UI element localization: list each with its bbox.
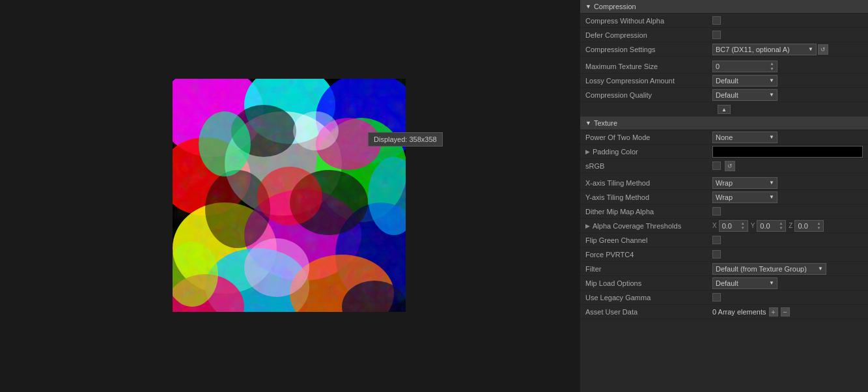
lossy-dropdown-arrow: ▼	[769, 77, 774, 83]
use-legacy-gamma-value	[712, 293, 863, 301]
flip-green-channel-row: Flip Green Channel	[580, 233, 868, 247]
lossy-compression-amount-dropdown[interactable]: Default ▼	[712, 75, 777, 87]
defer-compression-value	[712, 31, 863, 39]
compression-settings-dropdown[interactable]: BC7 (DX11, optional A) ▼	[712, 44, 817, 55]
srgb-revert-btn[interactable]: ↺	[725, 161, 735, 171]
texture-preview-panel: Displayed: 358x358	[0, 0, 580, 392]
compression-settings-value: BC7 (DX11, optional A) ▼ ↺	[712, 44, 863, 55]
alpha-coverage-xyz: X 0.0 ▲ ▼ Y 0.0 ▲ ▼	[712, 220, 824, 232]
add-icon: +	[771, 308, 775, 316]
power-of-two-mode-dropdown[interactable]: None ▼	[712, 132, 777, 143]
mip-load-options-value: Default ▼	[712, 277, 863, 289]
compress-without-alpha-row: Compress Without Alpha	[580, 14, 868, 28]
asset-user-data-remove-btn[interactable]: −	[781, 307, 790, 316]
compression-settings-dropdown-arrow: ▼	[808, 46, 813, 52]
alpha-z-value: 0.0	[798, 222, 807, 230]
padding-color-swatch[interactable]	[712, 146, 863, 158]
collapse-icon: ▲	[721, 107, 727, 113]
compression-section-label: Compression	[594, 3, 636, 10]
compression-section-header[interactable]: ▼ Compression	[580, 0, 868, 14]
defer-compression-row: Defer Compression	[580, 28, 868, 42]
filter-row: Filter Default (from Texture Group) ▼	[580, 262, 868, 276]
dither-mip-map-alpha-row: Dither Mip Map Alpha	[580, 204, 868, 219]
texture-section-header[interactable]: ▼ Texture	[580, 117, 868, 130]
asset-user-data-add-btn[interactable]: +	[769, 307, 778, 316]
alpha-y-value: 0.0	[760, 222, 770, 230]
alpha-z-down: ▼	[817, 226, 821, 231]
maximum-texture-size-value: 0 ▲ ▼	[712, 61, 863, 72]
filter-label: Filter	[585, 265, 712, 273]
mip-load-options-label: Mip Load Options	[585, 279, 712, 287]
y-axis-tiling-dropdown[interactable]: Wrap ▼	[712, 191, 777, 203]
alpha-x-up: ▲	[741, 221, 745, 226]
compression-quality-dropdown[interactable]: Default ▼	[712, 89, 777, 101]
revert-icon: ↺	[820, 46, 826, 53]
power-of-two-mode-label: Power Of Two Mode	[585, 133, 712, 141]
dither-mip-map-alpha-value	[712, 207, 863, 216]
defer-compression-checkbox[interactable]	[712, 31, 721, 39]
alpha-coverage-thresholds-row: ▶ Alpha Coverage Thresholds X 0.0 ▲ ▼ Y	[580, 219, 868, 233]
alpha-x-label: X	[712, 222, 717, 229]
alpha-coverage-expand-arrow[interactable]: ▶	[585, 223, 590, 229]
filter-dropdown-arrow: ▼	[818, 266, 823, 272]
y-axis-tiling-method-row: Y-axis Tiling Method Wrap ▼	[580, 190, 868, 204]
compression-settings-label: Compression Settings	[585, 46, 712, 53]
flip-green-channel-label: Flip Green Channel	[585, 236, 712, 244]
alpha-y-up: ▲	[779, 221, 783, 226]
flip-green-channel-checkbox[interactable]	[712, 236, 721, 244]
compression-quality-row: Compression Quality Default ▼	[580, 88, 868, 102]
y-axis-tiling-text: Wrap	[716, 193, 733, 201]
srgb-value: ↺	[712, 161, 863, 171]
force-pvrtc4-label: Force PVRTC4	[585, 251, 712, 259]
maximum-texture-size-text: 0	[716, 63, 720, 70]
y-tiling-dropdown-arrow: ▼	[769, 194, 774, 200]
alpha-z-up: ▲	[817, 221, 821, 226]
quality-dropdown-arrow: ▼	[769, 92, 774, 98]
asset-user-data-row: Asset User Data 0 Array elements + −	[580, 305, 868, 319]
texture-section-label: Texture	[594, 119, 617, 127]
lossy-compression-amount-text: Default	[716, 77, 738, 85]
use-legacy-gamma-label: Use Legacy Gamma	[585, 294, 712, 301]
filter-value: Default (from Texture Group) ▼	[712, 263, 863, 275]
alpha-y-label: Y	[751, 222, 755, 229]
lossy-compression-amount-row: Lossy Compression Amount Default ▼	[580, 74, 868, 88]
alpha-coverage-label: Alpha Coverage Thresholds	[593, 222, 681, 230]
srgb-checkbox[interactable]	[712, 161, 721, 170]
asset-user-data-text: 0 Array elements	[712, 308, 766, 316]
mip-load-options-row: Mip Load Options Default ▼	[580, 276, 868, 290]
alpha-z-input[interactable]: 0.0 ▲ ▼	[794, 220, 824, 232]
srgb-row: sRGB ↺	[580, 159, 868, 173]
x-axis-tiling-dropdown[interactable]: Wrap ▼	[712, 177, 777, 189]
mip-load-options-dropdown[interactable]: Default ▼	[712, 277, 777, 289]
mip-dropdown-arrow: ▼	[769, 280, 774, 286]
compression-settings-revert-btn[interactable]: ↺	[818, 44, 828, 55]
maximum-texture-size-field[interactable]: 0 ▲ ▼	[712, 61, 777, 72]
collapse-button[interactable]: ▲	[718, 105, 731, 114]
use-legacy-gamma-row: Use Legacy Gamma	[580, 290, 868, 305]
force-pvrtc4-checkbox[interactable]	[712, 250, 721, 259]
alpha-x-field: X 0.0 ▲ ▼	[712, 220, 748, 232]
use-legacy-gamma-checkbox[interactable]	[712, 293, 721, 301]
filter-dropdown[interactable]: Default (from Texture Group) ▼	[712, 263, 826, 275]
power-of-two-mode-value: None ▼	[712, 132, 863, 143]
size-tooltip: Displayed: 358x358	[368, 132, 443, 147]
alpha-z-label: Z	[789, 222, 792, 229]
properties-panel[interactable]: ▼ Compression Compress Without Alpha Def…	[580, 0, 868, 392]
compression-settings-dropdown-text: BC7 (DX11, optional A)	[716, 46, 790, 53]
x-axis-tiling-method-row: X-axis Tiling Method Wrap ▼	[580, 176, 868, 190]
alpha-x-input[interactable]: 0.0 ▲ ▼	[719, 220, 748, 232]
compress-without-alpha-checkbox[interactable]	[712, 16, 721, 25]
dither-mip-map-alpha-label: Dither Mip Map Alpha	[585, 208, 712, 216]
compression-collapse-arrow: ▼	[585, 3, 591, 10]
texture-container: Displayed: 358x358	[173, 79, 407, 313]
alpha-y-input[interactable]: 0.0 ▲ ▼	[757, 220, 786, 232]
asset-user-data-value: 0 Array elements + −	[712, 307, 863, 316]
dither-mip-map-alpha-checkbox[interactable]	[712, 207, 721, 216]
compression-quality-value: Default ▼	[712, 89, 863, 101]
number-down-icon: ▼	[770, 66, 774, 72]
x-axis-tiling-method-value: Wrap ▼	[712, 177, 863, 189]
compression-quality-text: Default	[716, 91, 738, 99]
y-axis-tiling-method-label: Y-axis Tiling Method	[585, 193, 712, 201]
flip-green-channel-value	[712, 236, 863, 244]
padding-color-expand-arrow[interactable]: ▶	[585, 148, 590, 155]
